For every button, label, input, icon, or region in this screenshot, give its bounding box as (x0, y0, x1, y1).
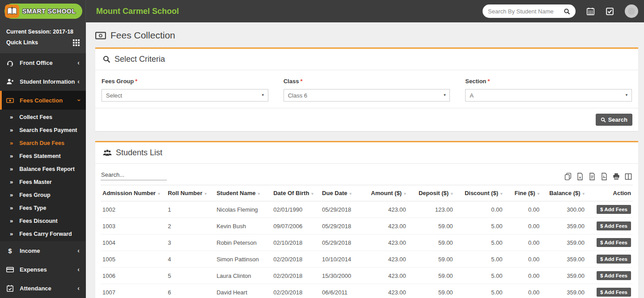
dollar-icon: $ (6, 247, 14, 255)
page-title-text: Fees Collection (110, 30, 175, 41)
sidebar-item-income[interactable]: $Income‹ (0, 241, 86, 260)
table-cell: 423.00 (364, 251, 408, 268)
add-fees-button[interactable]: $ Add Fees (597, 205, 631, 214)
field-label: Section* (465, 78, 632, 85)
table-cell: 359.00 (541, 251, 586, 268)
user-avatar[interactable] (625, 4, 638, 18)
submenu-item-collect-fees[interactable]: »Collect Fees (0, 111, 86, 123)
logo-area[interactable]: SMART SCHOOL (0, 0, 86, 22)
add-fees-button[interactable]: $ Add Fees (597, 255, 631, 264)
column-label: Date Of Birth (273, 190, 309, 196)
column-header-student-name[interactable]: Student Name▾ (215, 185, 271, 201)
table-cell: 5.00 (455, 268, 504, 284)
submenu-item-fees-carry-forward[interactable]: »Fees Carry Forward (0, 227, 86, 240)
submenu-item-fees-type[interactable]: »Fees Type (0, 201, 86, 214)
column-label: Student Name (216, 190, 255, 196)
column-header-date-of-birth[interactable]: Date Of Birth▾ (271, 185, 320, 201)
sidebar-item-label: Front Office (20, 60, 77, 66)
submenu-item-search-due-fees[interactable]: »Search Due Fees (0, 136, 86, 149)
table-cell: 05/29/2018 (320, 234, 364, 251)
table-cell: 59.00 (408, 251, 455, 268)
quick-links[interactable]: Quick Links (6, 37, 38, 48)
table-cell: 09/07/2006 (271, 218, 320, 234)
print-icon[interactable] (613, 173, 620, 180)
double-arrow-icon: » (10, 140, 13, 146)
required-asterisk: * (135, 78, 137, 85)
money-bill-icon (95, 32, 106, 39)
table-cell: 5.00 (455, 234, 504, 251)
sidebar-item-label: Attendance (20, 285, 77, 292)
column-header-balance-[interactable]: Balance ($)▾ (541, 185, 586, 201)
student-search-input[interactable] (488, 8, 564, 15)
required-asterisk: * (300, 78, 302, 85)
section-select[interactable]: A (465, 89, 632, 102)
required-asterisk: * (487, 78, 490, 85)
double-arrow-icon: » (10, 217, 13, 224)
table-cell: 1004 (101, 234, 166, 251)
submenu-item-fees-statement[interactable]: »Fees Statement (0, 149, 86, 162)
field-label: Fees Group* (102, 78, 268, 85)
tasks-icon[interactable] (606, 7, 614, 16)
columns-icon[interactable] (625, 173, 632, 180)
add-fees-button[interactable]: $ Add Fees (597, 288, 631, 297)
search-icon[interactable] (564, 8, 570, 15)
column-header-discount-[interactable]: Discount ($)▾ (455, 185, 504, 201)
class-select[interactable]: Class 6 (284, 89, 450, 102)
search-button[interactable]: Search (596, 114, 632, 126)
column-header-deposit-[interactable]: Deposit ($)▾ (408, 185, 455, 201)
students-list-card: Students List x Admission Number▾Roll Nu… (95, 141, 638, 298)
table-cell: 0.00 (504, 218, 542, 234)
session-block: Current Session: 2017-18 Quick Links (0, 22, 86, 53)
column-header-amount-[interactable]: Amount ($)▾ (364, 185, 408, 201)
column-label: Fine ($) (514, 190, 535, 196)
copy-icon[interactable] (564, 173, 572, 180)
sidebar-item-attendance[interactable]: Attendance‹ (0, 279, 86, 298)
add-fees-button[interactable]: $ Add Fees (597, 238, 631, 247)
table-cell: 423.00 (364, 218, 408, 234)
submenu-item-label: Collect Fees (19, 114, 52, 120)
topbar: SMART SCHOOL Mount Carmel School (0, 0, 644, 22)
table-cell: 423.00 (364, 284, 408, 298)
add-fees-button[interactable]: $ Add Fees (597, 271, 631, 280)
sort-icon: ▾ (500, 192, 503, 196)
table-cell: 15/30/2000 (320, 268, 364, 284)
student-search-box[interactable] (483, 4, 576, 18)
table-cell: 6 (166, 284, 215, 298)
table-cell: 5.00 (455, 251, 504, 268)
select-wrapper: Class 6 (284, 89, 450, 102)
sort-icon: ▾ (583, 192, 585, 196)
table-search-input[interactable] (101, 170, 167, 180)
table-cell: 1003 (101, 218, 166, 234)
fees-group-select[interactable]: Select (102, 89, 268, 102)
field-class: Class*Class 6 (284, 78, 450, 102)
table-row: 10076David Heart02/20/201806/6/2011423.0… (101, 284, 633, 298)
column-header-roll-number[interactable]: Roll Number▾ (166, 185, 215, 201)
add-fees-button[interactable]: $ Add Fees (597, 221, 631, 230)
double-arrow-icon: » (10, 127, 13, 133)
action-cell: $ Add Fees (586, 234, 633, 251)
column-header-admission-number[interactable]: Admission Number▾ (101, 185, 166, 201)
sidebar: Current Session: 2017-18 Quick Links Fro… (0, 22, 86, 298)
submenu-item-fees-group[interactable]: »Fees Group (0, 188, 86, 201)
pdf-icon[interactable] (601, 173, 608, 180)
table-row: 10065Laura Clinton02/20/201815/30/200042… (101, 268, 633, 284)
submenu-item-fees-master[interactable]: »Fees Master (0, 175, 86, 188)
column-label: Admission Number (102, 190, 156, 196)
sidebar-menu-bottom: $Income‹Expenses‹Attendance‹ (0, 241, 86, 298)
column-header-due-date[interactable]: Due Date▾ (320, 185, 364, 201)
submenu-item-balance-fees-report[interactable]: »Balance Fees Report (0, 162, 86, 175)
calendar-icon[interactable] (586, 7, 595, 16)
submenu-item-label: Fees Master (19, 179, 51, 185)
file-icon[interactable] (589, 173, 596, 180)
topbar-actions (483, 4, 644, 18)
grid-icon[interactable] (73, 39, 80, 46)
submenu-item-label: Balance Fees Report (19, 166, 75, 172)
sidebar-item-student-information[interactable]: Student Information‹ (0, 72, 86, 91)
sidebar-item-fees-collection[interactable]: Fees Collection‹ (0, 91, 86, 110)
excel-icon[interactable]: x (576, 173, 584, 180)
sidebar-item-front-office[interactable]: Front Office‹ (0, 53, 86, 72)
submenu-item-search-fees-payment[interactable]: »Search Fees Payment (0, 123, 86, 136)
sidebar-item-expenses[interactable]: Expenses‹ (0, 260, 86, 279)
submenu-item-fees-discount[interactable]: »Fees Discount (0, 214, 86, 227)
column-header-fine-[interactable]: Fine ($)▾ (504, 185, 542, 201)
